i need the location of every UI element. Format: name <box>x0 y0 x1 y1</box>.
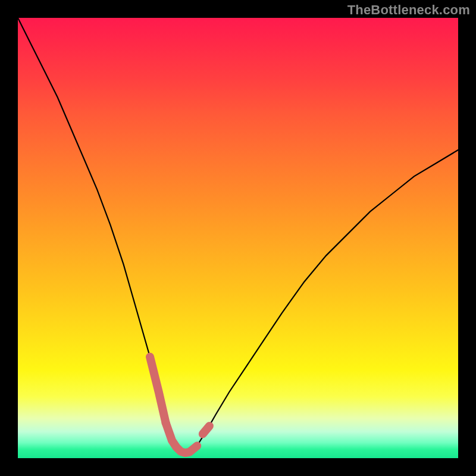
chart-frame: TheBottleneck.com <box>0 0 476 476</box>
highlight-segment <box>203 426 209 434</box>
chart-svg <box>18 18 458 458</box>
bottleneck-curve <box>18 18 458 453</box>
highlight-segment <box>150 357 166 423</box>
highlight-segment <box>166 423 198 453</box>
watermark-text: TheBottleneck.com <box>347 2 470 18</box>
curve-highlight-region <box>150 357 209 453</box>
